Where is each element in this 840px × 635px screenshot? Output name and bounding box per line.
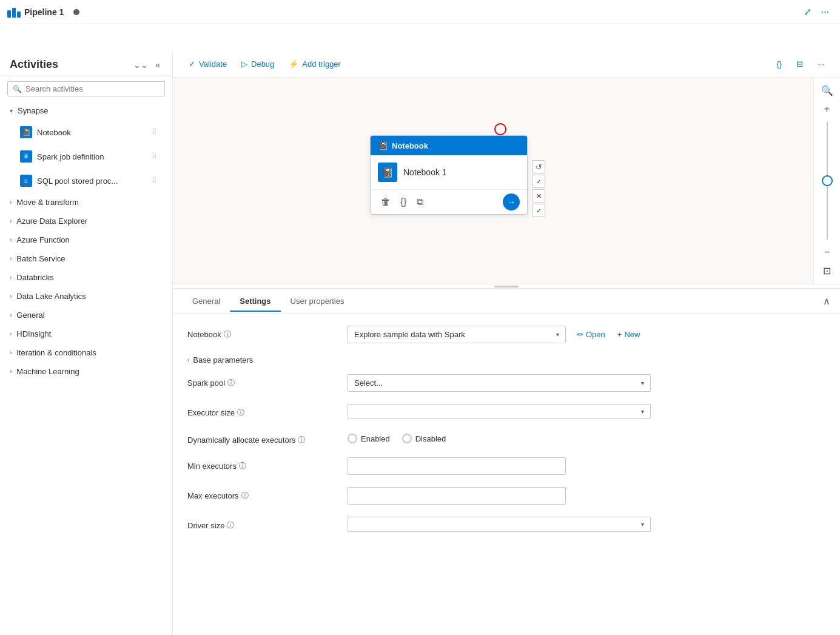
collapse-handle[interactable] [173,284,840,289]
category-iteration[interactable]: › Iteration & conditionals [0,343,172,362]
radio-circle [348,434,357,443]
search-input[interactable] [25,84,160,93]
category-batch-service[interactable]: › Batch Service [0,249,172,268]
card-success-button[interactable]: ✓ [532,175,545,188]
chevron-right-icon: › [187,357,189,363]
driver-size-label-text: Driver size [187,521,224,530]
drag-handle-icon: ⠿ [152,152,157,161]
toolbar: ✓ Validate ▷ Debug ⚡ Add trigger {} ⊟ ··… [173,51,840,78]
category-general[interactable]: › General [0,306,172,324]
more-options-button[interactable]: ··· [818,4,833,20]
toolbar-right: {} ⊟ ··· [770,56,830,72]
card-fail-button[interactable]: ✕ [532,189,545,203]
enabled-radio[interactable]: Enabled [348,434,390,443]
executor-size-control: ▾ [348,404,825,419]
disabled-radio[interactable]: Disabled [402,434,446,443]
code-button[interactable]: {} [770,56,788,72]
top-bar-actions: ⤢ ··· [800,4,833,20]
base-parameters-row[interactable]: › Base parameters [187,355,825,365]
unsaved-indicator [73,9,79,15]
expand-button[interactable]: ⤢ [800,4,815,20]
add-trigger-button[interactable]: ⚡ Add trigger [283,56,347,72]
tab-user-properties[interactable]: User properties [281,292,354,312]
chevron-right-icon: › [10,293,12,300]
canvas-area: ✓ Validate ▷ Debug ⚡ Add trigger {} ⊟ ··… [173,51,840,635]
spark-pool-placeholder: Select... [354,378,383,388]
dynamic-alloc-label-text: Dynamically allocate executors [187,435,295,445]
notebook-card-header: 📓 Notebook [371,136,527,155]
code-icon: {} [776,59,782,69]
category-label: Machine Learning [16,367,79,376]
zoom-plus-button[interactable]: + [822,101,832,117]
notebook-card-body: 📓 Notebook 1 [371,155,527,189]
category-label: Batch Service [16,254,65,263]
close-sidebar-button[interactable]: « [153,59,163,71]
dynamic-alloc-form-row: Dynamically allocate executors ⓘ Enabled… [187,431,825,445]
panel-close-button[interactable]: ∧ [823,295,830,307]
card-copy-button[interactable]: ⧉ [414,195,426,209]
zoom-slider-track [827,122,828,240]
min-executors-label: Min executors ⓘ [187,457,333,471]
notebook-select-value: Explore sample data with Spark [354,330,465,339]
card-header-title: Notebook [392,141,428,150]
drag-handle-icon: ⠿ [152,128,157,136]
notebook-select[interactable]: Explore sample data with Spark ▾ [348,326,566,343]
activity-spark[interactable]: ✳ Spark job definition ⠿ [5,145,167,168]
min-executors-label-text: Min executors [187,462,237,471]
card-delete-button[interactable]: 🗑 [378,195,394,209]
card-code-button[interactable]: {} [397,195,410,209]
category-azure-data-explorer[interactable]: › Azure Data Explorer [0,212,172,230]
category-label: Databricks [16,273,53,282]
card-complete-button[interactable]: ✓ [532,204,545,217]
params-button[interactable]: ⊟ [790,56,809,72]
dynamic-alloc-label: Dynamically allocate executors ⓘ [187,431,333,445]
zoom-slider-thumb[interactable] [822,175,833,186]
category-data-lake[interactable]: › Data Lake Analytics [0,287,172,306]
spark-pool-select[interactable]: Select... ▾ [348,374,651,392]
notebook-card[interactable]: 📓 Notebook 📓 Notebook 1 ↺ ✓ ✕ ✓ [370,135,528,215]
max-executors-input[interactable] [348,487,566,505]
notebook-card-actions: 🗑 {} ⧉ → [371,189,527,214]
drag-handle-icon: ⠿ [152,176,157,185]
sql-icon: ≡ [20,175,32,187]
open-notebook-button[interactable]: ✏ Open [573,328,609,341]
chevron-right-icon: › [10,237,12,243]
driver-size-control: ▾ [348,517,825,532]
debug-button[interactable]: ▷ Debug [235,56,280,72]
zoom-search-button[interactable]: 🔍 [819,82,836,99]
activity-label: Notebook [37,128,147,137]
category-machine-learning[interactable]: › Machine Learning [0,362,172,381]
zoom-fit-button[interactable]: ⊡ [821,263,833,279]
tab-settings[interactable]: Settings [230,292,280,312]
sidebar-header-icons: ⌄⌄ « [131,59,163,71]
card-refresh-button[interactable]: ↺ [532,160,545,173]
driver-size-select[interactable]: ▾ [348,517,651,532]
executor-size-form-row: Executor size ⓘ ▾ [187,404,825,419]
activity-sql[interactable]: ≡ SQL pool stored proc... ⠿ [5,169,167,192]
connector-circle [494,123,506,135]
card-side-actions: ↺ ✓ ✕ ✓ [532,160,545,217]
category-azure-function[interactable]: › Azure Function [0,230,172,249]
new-notebook-button[interactable]: + New [614,328,644,341]
notebook-control: Explore sample data with Spark ▾ ✏ Open … [348,326,825,343]
validate-button[interactable]: ✓ Validate [183,56,233,72]
executor-size-select[interactable]: ▾ [348,404,651,419]
tabs-row: General Settings User properties ∧ [173,289,840,314]
activity-notebook[interactable]: 📓 Notebook ⠿ [5,121,167,144]
more-toolbar-button[interactable]: ··· [811,56,830,72]
card-arrow-button[interactable]: → [503,193,520,210]
chevron-right-icon: › [10,331,12,337]
tab-general[interactable]: General [183,292,230,312]
collapse-all-button[interactable]: ⌄⌄ [131,59,150,71]
min-executors-input[interactable] [348,457,566,475]
canvas[interactable]: 📓 Notebook 📓 Notebook 1 ↺ ✓ ✕ ✓ [173,78,840,284]
max-executors-info-icon: ⓘ [241,491,249,501]
category-synapse[interactable]: ▾ Synapse [0,101,172,120]
chevron-right-icon: › [10,255,12,262]
dynamic-alloc-info-icon: ⓘ [298,435,305,445]
category-databricks[interactable]: › Databricks [0,268,172,287]
category-hdinsight[interactable]: › HDInsight [0,324,172,343]
zoom-minus-button[interactable]: − [822,244,832,260]
category-move-transform[interactable]: › Move & transform [0,193,172,212]
trigger-icon: ⚡ [289,59,298,69]
